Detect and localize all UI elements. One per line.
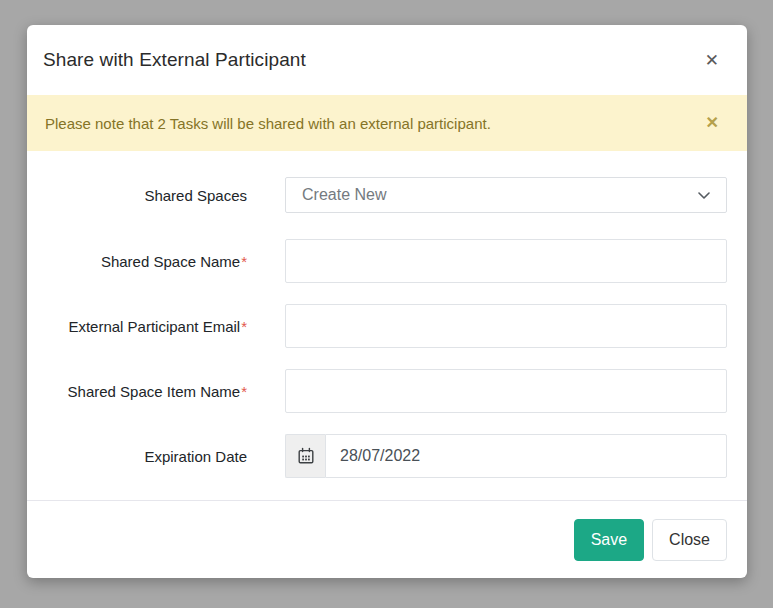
shared-space-item-name-label: Shared Space Item Name* [47,383,247,400]
shared-spaces-row: Shared Spaces Create New [47,177,727,213]
required-asterisk: * [241,253,247,270]
dialog-body: Shared Spaces Create New Shared Space Na… [27,151,747,500]
share-external-participant-dialog: Share with External Participant ✕ Please… [27,25,747,578]
external-participant-email-label: External Participant Email* [47,318,247,335]
shared-space-name-row: Shared Space Name* [47,239,727,283]
external-participant-email-row: External Participant Email* [47,304,727,348]
dialog-title: Share with External Participant [43,49,306,71]
required-asterisk: * [241,318,247,335]
expiration-date-row: Expiration Date [47,434,727,478]
shared-spaces-select[interactable]: Create New [285,177,727,213]
dialog-header: Share with External Participant ✕ [27,25,747,95]
expiration-date-label: Expiration Date [47,448,247,465]
shared-spaces-selected-value: Create New [302,186,386,204]
shared-space-name-label: Shared Space Name* [47,253,247,270]
close-button[interactable]: Close [652,519,727,561]
shared-space-item-name-input[interactable] [285,369,727,413]
warning-dismiss-icon[interactable]: ✕ [702,111,723,135]
dialog-footer: Save Close [27,500,747,578]
save-button[interactable]: Save [574,519,644,561]
warning-message: Please note that 2 Tasks will be shared … [45,115,491,132]
warning-banner: Please note that 2 Tasks will be shared … [27,95,747,151]
external-participant-email-input[interactable] [285,304,727,348]
chevron-down-icon [698,186,710,204]
expiration-date-input[interactable] [325,434,727,478]
shared-spaces-label: Shared Spaces [47,187,247,204]
shared-space-item-name-row: Shared Space Item Name* [47,369,727,413]
required-asterisk: * [241,383,247,400]
calendar-icon[interactable] [285,434,325,478]
expiration-date-group [285,434,727,478]
close-icon[interactable]: ✕ [701,48,723,73]
shared-space-name-input[interactable] [285,239,727,283]
